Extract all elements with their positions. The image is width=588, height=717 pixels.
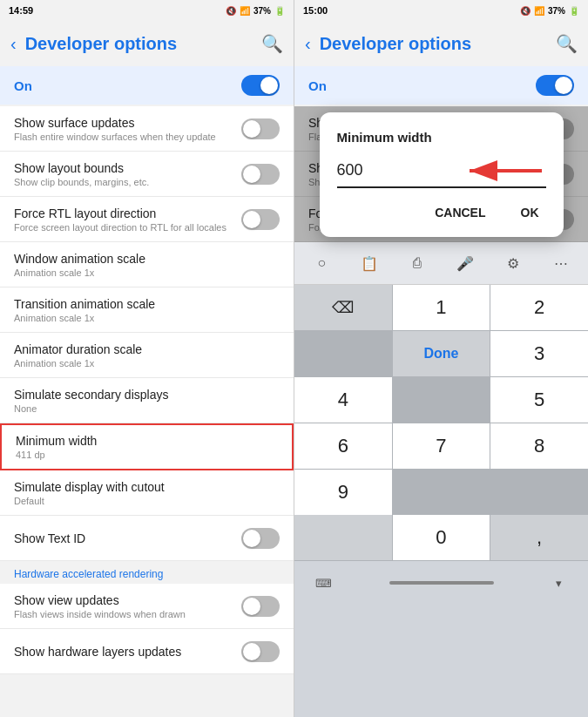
right-back-button[interactable]: ‹ (305, 34, 311, 54)
left-setting-show-surface-updates[interactable]: Show surface updates Flash entire window… (0, 106, 294, 152)
left-setting-simulate-secondary[interactable]: Simulate secondary displays None (0, 378, 294, 423)
right-on-label: On (308, 78, 327, 93)
right-dialog-area: Show surface updates Flash entire window… (294, 106, 588, 242)
left-on-toggle[interactable] (241, 75, 280, 96)
right-dialog-ok-button[interactable]: OK (514, 202, 546, 223)
left-toggle-hardware-layers[interactable] (241, 641, 280, 662)
right-dialog-title: Minimum width (337, 130, 546, 145)
right-header: ‹ Developer options 🔍 (294, 21, 588, 66)
left-section-label: Hardware accelerated rendering (0, 561, 294, 584)
left-toggle-surface-updates[interactable] (241, 118, 280, 139)
keyboard-number-keys: 1 2 3 ⌫ 4 5 6 Done 7 8 9 (294, 285, 588, 515)
left-search-icon[interactable]: 🔍 (261, 33, 283, 54)
keyboard-tool-copy[interactable]: ⎙ (403, 249, 431, 277)
right-on-toggle[interactable] (536, 75, 574, 96)
right-dialog-overlay: Minimum width 600 (294, 106, 588, 242)
left-setting-show-layout-bounds[interactable]: Show layout bounds Show clip bounds, mar… (0, 152, 294, 197)
left-setting-simulate-cutout[interactable]: Simulate display with cutout Default (0, 470, 294, 516)
left-toggle-text-id[interactable] (241, 528, 280, 549)
left-header: ‹ Developer options 🔍 (0, 21, 294, 66)
keyboard-nav-keyboard[interactable]: ⌨ (294, 565, 353, 601)
right-status-icons: 🔇 📶 37% 🔋 (520, 6, 579, 16)
right-status-time: 15:00 (303, 5, 328, 16)
right-status-bar: 15:00 🔇 📶 37% 🔋 (294, 0, 588, 21)
key-backspace[interactable]: ⌫ (294, 285, 392, 330)
left-back-button[interactable]: ‹ (10, 34, 17, 54)
right-page-title: Developer options (320, 34, 547, 54)
key-special-left[interactable] (294, 515, 392, 560)
key-4[interactable]: 4 (294, 377, 392, 423)
left-toggle-force-rtl[interactable] (241, 209, 280, 230)
left-status-icons: 🔇 📶 37% 🔋 (226, 6, 285, 16)
left-toggle-view-updates[interactable] (241, 596, 280, 617)
keyboard-nav-divider (353, 565, 529, 601)
right-dialog-cancel-button[interactable]: Cancel (428, 202, 492, 223)
left-setting-animator-duration[interactable]: Animator duration scale Animation scale … (0, 333, 294, 378)
keyboard-tool-mic[interactable]: 🎤 (451, 249, 479, 277)
key-1[interactable]: 1 (393, 285, 490, 330)
key-6[interactable]: 6 (294, 423, 392, 469)
right-on-bar: On (294, 66, 588, 105)
left-setting-transition-animation[interactable]: Transition animation scale Animation sca… (0, 287, 294, 333)
keyboard-tool-clipboard[interactable]: 📋 (355, 249, 383, 277)
left-page-title: Developer options (25, 34, 253, 54)
key-dot[interactable]: , (490, 515, 588, 560)
keyboard-tool-settings[interactable]: ⚙ (499, 249, 527, 277)
left-setting-minimum-width[interactable]: Minimum width 411 dp (0, 423, 294, 470)
key-8[interactable]: 8 (490, 423, 588, 469)
right-dialog-buttons: Cancel OK (337, 202, 546, 223)
key-done[interactable]: Done (393, 331, 490, 376)
left-on-label: On (14, 78, 32, 93)
left-setting-show-text-id[interactable]: Show Text ID (0, 516, 294, 561)
right-dialog-value: 600 (337, 161, 450, 179)
left-on-toggle-knob (260, 77, 278, 94)
left-setting-hardware-layers[interactable]: Show hardware layers updates (0, 629, 294, 674)
key-0[interactable]: 0 (393, 515, 490, 560)
keyboard-tool-more[interactable]: ⋯ (547, 249, 575, 277)
keyboard-bottom-row: 0 , (294, 515, 588, 560)
left-setting-force-rtl[interactable]: Force RTL layout direction Force screen … (0, 197, 294, 242)
right-search-icon[interactable]: 🔍 (556, 33, 578, 54)
key-3[interactable]: 3 (490, 331, 588, 376)
right-keyboard: ○ 📋 ⎙ 🎤 ⚙ ⋯ 1 2 3 ⌫ 4 5 6 Done 7 8 9 0 , (294, 242, 588, 717)
right-dialog-box: Minimum width 600 (320, 112, 564, 237)
right-dialog-underline (337, 186, 546, 188)
left-status-time: 14:59 (9, 5, 33, 16)
right-on-toggle-knob (555, 77, 572, 94)
key-2[interactable]: 2 (490, 285, 588, 330)
key-7[interactable]: 7 (393, 423, 490, 469)
left-settings-list: Show surface updates Flash entire window… (0, 106, 294, 717)
keyboard-nav-down[interactable]: ▾ (530, 565, 588, 601)
key-9[interactable]: 9 (294, 470, 392, 515)
keyboard-toolbar: ○ 📋 ⎙ 🎤 ⚙ ⋯ (294, 242, 588, 285)
left-status-bar: 14:59 🔇 📶 37% 🔋 (0, 0, 294, 21)
red-arrow-icon (459, 159, 546, 183)
left-setting-show-view-updates[interactable]: Show view updates Flash views inside win… (0, 584, 294, 629)
left-on-bar: On (0, 66, 294, 105)
key-5[interactable]: 5 (490, 377, 588, 423)
keyboard-tool-circle[interactable]: ○ (308, 249, 335, 277)
left-phone-panel: 14:59 🔇 📶 37% 🔋 ‹ Developer options 🔍 On… (0, 0, 294, 717)
right-dialog-arrow (459, 159, 546, 183)
keyboard-nav-bar: ⌨ ▾ (294, 560, 588, 605)
left-toggle-layout-bounds[interactable] (241, 164, 280, 185)
left-setting-window-animation[interactable]: Window animation scale Animation scale 1… (0, 242, 294, 287)
right-dialog-input-row: 600 (337, 159, 546, 183)
right-phone-panel: 15:00 🔇 📶 37% 🔋 ‹ Developer options 🔍 On… (294, 0, 588, 717)
